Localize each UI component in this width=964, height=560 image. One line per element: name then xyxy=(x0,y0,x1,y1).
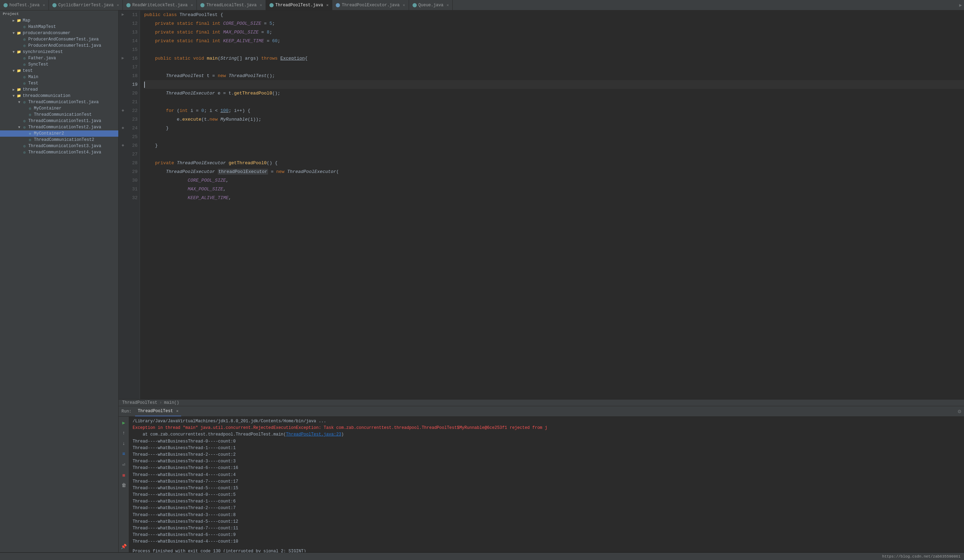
java-icon: ◎ xyxy=(22,81,27,86)
output-stack: at com.zab.concurrenttest.threadpool.Thr… xyxy=(133,431,961,438)
tab-label: hodTest.java xyxy=(10,3,39,8)
tab-hodtest[interactable]: hodTest.java ✕ xyxy=(0,0,49,10)
gutter-col: ▶ ▶ ◆ ◆ ◆ xyxy=(119,10,127,399)
code-line-20: ThreadPoolExecutor e = t.getThreadPool0(… xyxy=(144,89,964,97)
line-numbers-gutter: ▶ ▶ ◆ ◆ ◆ xyxy=(119,10,140,399)
java-icon: ◎ xyxy=(27,112,33,117)
tab-threadpoolexecutor[interactable]: ThreadPoolExecutor.java ✕ xyxy=(332,0,409,10)
stack-trace-link[interactable]: ThreadPoolTest.java:23 xyxy=(286,432,341,437)
java-icon: ◎ xyxy=(22,75,27,80)
run-panel-header: Run: ThreadPoolTest ✕ ⚙ xyxy=(119,406,964,417)
run-clear-button[interactable]: 🗑 xyxy=(120,482,128,489)
sidebar-item-map[interactable]: ▶ 📁 Map xyxy=(0,18,118,24)
close-icon[interactable]: ✕ xyxy=(403,3,405,7)
close-icon[interactable]: ✕ xyxy=(260,3,262,7)
sidebar-item-producerandconsumertest1[interactable]: ◎ ProducerAndConsumerTest1.java xyxy=(0,42,118,49)
sidebar-item-producerandconsumer[interactable]: ▼ 📁 producerandconsumer xyxy=(0,30,118,36)
sidebar-item-producerandconsumertest[interactable]: ◎ ProducerAndConsumerTest.java xyxy=(0,36,118,42)
run-wrap-button[interactable]: ⏎ xyxy=(120,461,128,468)
code-editor[interactable]: ▶ ▶ ◆ ◆ ◆ xyxy=(119,10,964,399)
close-icon[interactable]: ✕ xyxy=(117,3,119,7)
close-icon[interactable]: ✕ xyxy=(191,3,193,7)
code-line-28: private ThreadPoolExecutor getThreadPool… xyxy=(144,159,964,167)
tab-icon xyxy=(52,3,57,7)
output-line-4: Thread----whatBusinessThread-6----count:… xyxy=(133,465,961,471)
sidebar-item-mycontainer2[interactable]: ◉ MyContainer2 xyxy=(0,130,118,137)
tab-icon xyxy=(336,3,340,7)
sidebar-item-hashmaptest[interactable]: ◎ HashMapTest xyxy=(0,24,118,30)
sidebar-item-test[interactable]: ▼ 📁 test xyxy=(0,68,118,74)
java-icon: ◎ xyxy=(22,100,27,105)
sidebar: Project ▶ 📁 Map ◎ HashMapTest ▼ 📁 produc… xyxy=(0,10,119,552)
run-panel-body: ▶ ↑ ↓ ≡ ⏎ ◼ 🗑 📌 /Library/Java/JavaVirtua… xyxy=(119,417,964,552)
run-tab-close[interactable]: ✕ xyxy=(176,409,179,413)
run-stop-button[interactable]: ◼ xyxy=(120,471,128,479)
run-output[interactable]: /Library/Java/JavaVirtualMachines/jdk1.8… xyxy=(129,417,964,552)
sidebar-item-mycontainer[interactable]: ◎ MyContainer xyxy=(0,105,118,112)
code-line-30: CORE_POOL_SIZE, xyxy=(144,176,964,185)
tab-bar: hodTest.java ✕ CyclicBarrierTest.java ✕ … xyxy=(0,0,964,10)
tab-bar-controls: ▶ xyxy=(957,2,964,8)
tab-icon xyxy=(126,3,130,7)
tab-label: Queue.java xyxy=(418,3,444,8)
sidebar-item-threadcommtest1[interactable]: ◎ ThreadCommunicationTest1.java xyxy=(0,118,118,124)
run-panel: Run: ThreadPoolTest ✕ ⚙ ▶ ↑ ↓ ≡ ⏎ ◼ 🗑 📌 xyxy=(119,406,964,552)
run-scroll-down-button[interactable]: ↓ xyxy=(120,440,128,447)
tab-threadlocal[interactable]: ThreadLocalTest.java ✕ xyxy=(197,0,266,10)
sidebar-item-threadcommtest2[interactable]: ◎ ThreadCommunicationTest xyxy=(0,112,118,118)
sidebar-item-threadcommtest[interactable]: ▼ ◎ ThreadCommunicationTest.java xyxy=(0,99,118,105)
sidebar-item-main[interactable]: ◎ Main xyxy=(0,74,118,80)
close-icon[interactable]: ✕ xyxy=(447,3,449,7)
sidebar-item-synchronizedtest[interactable]: ▼ 📁 synchronizedtest xyxy=(0,49,118,55)
status-bar: https://blog.csdn.net/zab635590861 xyxy=(0,552,964,560)
run-play-button[interactable]: ▶ xyxy=(120,419,128,427)
java-icon: ◎ xyxy=(27,137,33,142)
breadcrumb-item-method[interactable]: main() xyxy=(164,400,179,405)
breadcrumb-item-class[interactable]: ThreadPoolTest xyxy=(122,400,157,405)
code-line-24: } xyxy=(144,124,964,133)
sidebar-item-testclass[interactable]: ◎ Test xyxy=(0,80,118,86)
sidebar-item-threadcommtest3[interactable]: ◎ ThreadCommunicationTest3.java xyxy=(0,143,118,149)
java-icon: ◎ xyxy=(22,43,27,48)
sidebar-item-threadcommtest2class[interactable]: ◎ ThreadCommunicationTest2 xyxy=(0,137,118,143)
code-line-18: ThreadPoolTest t = new ThreadPoolTest(); xyxy=(144,71,964,80)
close-icon[interactable]: ✕ xyxy=(326,3,329,7)
tab-icon xyxy=(3,3,8,7)
run-pin-button[interactable]: 📌 xyxy=(120,542,128,550)
sidebar-item-father[interactable]: ◎ Father.java xyxy=(0,55,118,62)
code-line-29: ThreadPoolExecutor threadPoolExecutor = … xyxy=(144,167,964,176)
code-line-19 xyxy=(144,80,964,89)
output-line-12: Thread----whatBusinessThread-5----count:… xyxy=(133,518,961,525)
run-filter-button[interactable]: ≡ xyxy=(120,450,128,458)
sidebar-item-synctest[interactable]: ◎ SyncTest xyxy=(0,62,118,68)
java-icon: ◎ xyxy=(22,144,27,149)
status-url[interactable]: https://blog.csdn.net/zab635590861 xyxy=(883,554,961,558)
run-tab-threadpool[interactable]: ThreadPoolTest ✕ xyxy=(135,406,181,416)
code-line-16: public static void main(String[] args) t… xyxy=(144,54,964,63)
run-scroll-up-button[interactable]: ↑ xyxy=(120,429,128,437)
sidebar-header: Project xyxy=(0,10,118,18)
output-path: /Library/Java/JavaVirtualMachines/jdk1.8… xyxy=(133,418,961,425)
java-icon: ◎ xyxy=(22,56,27,61)
output-process: Process finished with exit code 130 (int… xyxy=(133,548,961,552)
folder-icon: 📁 xyxy=(16,31,22,36)
output-error: Exception in thread "main" java.util.con… xyxy=(133,425,961,431)
tab-threadpool[interactable]: ThreadPoolTest.java ✕ xyxy=(266,0,332,10)
java-icon: ◎ xyxy=(22,24,27,29)
sidebar-item-threadcommtest2file[interactable]: ▼ ◎ ThreadCommunicationTest2.java xyxy=(0,124,118,130)
sidebar-item-threadcommunication[interactable]: ▼ 📁 threadcommunication xyxy=(0,93,118,99)
code-line-17 xyxy=(144,63,964,71)
tab-label: CyclicBarrierTest.java xyxy=(58,3,114,8)
tab-icon xyxy=(269,3,274,7)
tab-queue[interactable]: Queue.java ✕ xyxy=(409,0,453,10)
folder-icon: 📁 xyxy=(16,93,22,98)
output-line-5: Thread----whatBusinessThread-4----count:… xyxy=(133,472,961,479)
sidebar-item-threadcommtest4[interactable]: ◎ ThreadCommunicationTest4.java xyxy=(0,149,118,156)
run-panel-settings[interactable]: ⚙ xyxy=(958,408,961,415)
folder-icon: 📁 xyxy=(16,87,22,92)
close-icon[interactable]: ✕ xyxy=(42,3,45,7)
output-line-2: Thread----whatBusinessThread-2----count:… xyxy=(133,451,961,458)
tab-readwritelock[interactable]: ReadWriteLockTest.java ✕ xyxy=(123,0,197,10)
sidebar-item-thread[interactable]: ▶ 📁 thread xyxy=(0,86,118,93)
tab-cyclicbarrier[interactable]: CyclicBarrierTest.java ✕ xyxy=(49,0,123,10)
